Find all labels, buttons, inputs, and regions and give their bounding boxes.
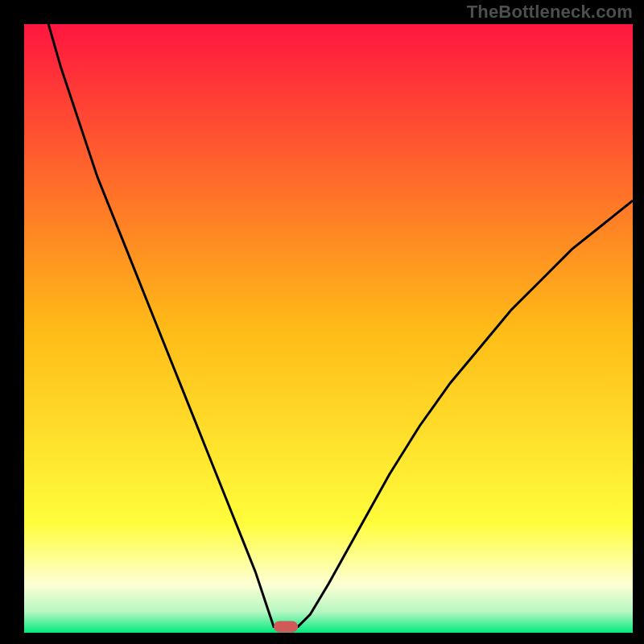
bottleneck-chart xyxy=(0,0,644,644)
chart-plot-area xyxy=(24,24,633,633)
chart-container: TheBottleneck.com xyxy=(0,0,644,644)
watermark-label: TheBottleneck.com xyxy=(467,2,633,23)
optimal-marker xyxy=(274,621,298,632)
